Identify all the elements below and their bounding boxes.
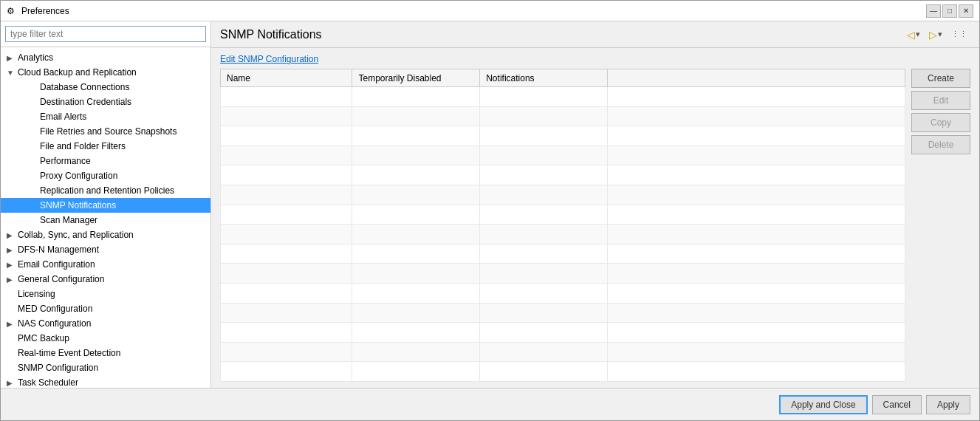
- sidebar-item-file-retries[interactable]: File Retries and Source Snapshots: [1, 124, 210, 139]
- filter-input[interactable]: [5, 26, 206, 42]
- preferences-window: ⚙ Preferences — □ ✕ ▶Analytics▼Cloud Bac…: [0, 0, 980, 421]
- sidebar-item-analytics[interactable]: ▶Analytics: [1, 50, 210, 65]
- table-row: [221, 342, 905, 362]
- sidebar-label: Collab, Sync, and Replication: [18, 230, 134, 240]
- col-name: Name: [221, 69, 352, 87]
- expand-icon: ▶: [7, 261, 16, 269]
- sidebar-label: File and Folder Filters: [40, 141, 126, 151]
- apply-button[interactable]: Apply: [926, 395, 970, 414]
- expand-icon: ▶: [7, 54, 16, 62]
- sidebar-label: Scan Manager: [40, 215, 97, 225]
- copy-button[interactable]: Copy: [911, 113, 970, 132]
- sidebar-item-snmp-notifications[interactable]: SNMP Notifications: [1, 198, 210, 213]
- table-row: [221, 244, 905, 264]
- sidebar-item-scan-manager[interactable]: Scan Manager: [1, 213, 210, 227]
- sidebar-item-replication-retention[interactable]: Replication and Retention Policies: [1, 183, 210, 198]
- sidebar-label: Cloud Backup and Replication: [18, 67, 137, 78]
- edit-snmp-link[interactable]: Edit SNMP Configuration: [220, 54, 970, 64]
- close-button[interactable]: ✕: [959, 4, 973, 18]
- sidebar-label: SNMP Notifications: [40, 200, 116, 210]
- expand-icon: ▶: [7, 275, 16, 284]
- sidebar-item-collab-sync[interactable]: ▶Collab, Sync, and Replication: [1, 227, 210, 242]
- table-row: [221, 165, 905, 185]
- sidebar-label: Analytics: [18, 52, 53, 63]
- sidebar-label: Database Connections: [40, 82, 129, 92]
- sidebar-label: Replication and Retention Policies: [40, 185, 174, 196]
- apply-close-button[interactable]: Apply and Close: [779, 395, 867, 414]
- table-row: [221, 323, 905, 343]
- content-body: Edit SNMP Configuration Name Temporarily…: [211, 48, 979, 388]
- sidebar-label: Destination Credentials: [40, 97, 131, 107]
- table-row: [221, 146, 905, 165]
- window-title: Preferences: [21, 6, 926, 16]
- col-extra: [607, 69, 905, 87]
- sidebar-item-proxy-configuration[interactable]: Proxy Configuration: [1, 168, 210, 183]
- sidebar-item-database-connections[interactable]: Database Connections: [1, 80, 210, 95]
- sidebar-item-real-time-event[interactable]: Real-time Event Detection: [1, 346, 210, 360]
- back-button[interactable]: ◁ ▾: [904, 27, 923, 43]
- sidebar-label: DFS-N Management: [18, 244, 99, 255]
- main-area: ▶Analytics▼Cloud Backup and ReplicationD…: [1, 21, 979, 388]
- sidebar-label: File Retries and Source Snapshots: [40, 126, 177, 137]
- sidebar-item-file-folder-filters[interactable]: File and Folder Filters: [1, 139, 210, 154]
- more-options-button[interactable]: ⋮⋮: [948, 27, 970, 41]
- sidebar-item-nas-config[interactable]: ▶NAS Configuration: [1, 316, 210, 331]
- expand-icon: ▶: [7, 231, 16, 239]
- sidebar-label: NAS Configuration: [18, 318, 91, 329]
- create-button[interactable]: Create: [911, 69, 970, 88]
- sidebar-item-performance[interactable]: Performance: [1, 154, 210, 168]
- window-controls: — □ ✕: [926, 4, 973, 18]
- table-row: [221, 303, 905, 323]
- table-row: [221, 362, 905, 382]
- cancel-button[interactable]: Cancel: [872, 395, 922, 414]
- back-icon: ◁: [907, 29, 915, 41]
- sidebar-label: Task Scheduler: [18, 377, 78, 388]
- sidebar-item-med-config[interactable]: MED Configuration: [1, 301, 210, 316]
- sidebar-item-cloud-backup[interactable]: ▼Cloud Backup and Replication: [1, 65, 210, 80]
- expand-icon: ▼: [7, 69, 16, 77]
- filter-box: [1, 21, 210, 47]
- expand-icon: ▶: [7, 246, 16, 254]
- table-row: [221, 185, 905, 205]
- sidebar-label: PMC Backup: [18, 333, 69, 343]
- sidebar-label: Proxy Configuration: [40, 171, 117, 181]
- sidebar-item-task-scheduler[interactable]: ▶Task Scheduler: [1, 375, 210, 388]
- sidebar-item-pmc-backup[interactable]: PMC Backup: [1, 331, 210, 346]
- snmp-table: Name Temporarily Disabled Notifications: [220, 69, 905, 382]
- sidebar-item-email-alerts[interactable]: Email Alerts: [1, 109, 210, 124]
- table-row: [221, 264, 905, 284]
- more-options-icon: ⋮⋮: [951, 30, 967, 39]
- sidebar-item-destination-credentials[interactable]: Destination Credentials: [1, 95, 210, 109]
- sidebar-label: Performance: [40, 156, 91, 166]
- sidebar-label: Email Alerts: [40, 112, 86, 122]
- sidebar-label: Real-time Event Detection: [18, 348, 120, 358]
- sidebar-item-email-config[interactable]: ▶Email Configuration: [1, 257, 210, 272]
- minimize-button[interactable]: —: [926, 4, 941, 18]
- table-row: [221, 87, 905, 107]
- sidebar-item-snmp-configuration[interactable]: SNMP Configuration: [1, 360, 210, 375]
- sidebar-item-licensing[interactable]: Licensing: [1, 287, 210, 301]
- forward-dropdown-icon: ▾: [938, 30, 942, 39]
- col-notifications: Notifications: [480, 69, 608, 87]
- sidebar-label: General Configuration: [18, 274, 104, 284]
- page-title: SNMP Notifications: [220, 28, 904, 41]
- col-disabled: Temporarily Disabled: [352, 69, 480, 87]
- content-header: SNMP Notifications ◁ ▾ ▷ ▾ ⋮⋮: [211, 21, 979, 48]
- edit-button[interactable]: Edit: [911, 91, 970, 110]
- table-row: [221, 283, 905, 303]
- sidebar-item-general-config[interactable]: ▶General Configuration: [1, 272, 210, 287]
- sidebar-item-dfs-n[interactable]: ▶DFS-N Management: [1, 242, 210, 257]
- delete-button[interactable]: Delete: [911, 135, 970, 154]
- table-header-row: Name Temporarily Disabled Notifications: [221, 69, 905, 87]
- bottom-bar: Apply and Close Cancel Apply: [1, 388, 979, 420]
- forward-button[interactable]: ▷ ▾: [926, 27, 945, 43]
- table-row: [221, 225, 905, 244]
- forward-icon: ▷: [929, 29, 937, 41]
- action-buttons: Create Edit Copy Delete: [911, 69, 970, 382]
- maximize-button[interactable]: □: [942, 4, 957, 18]
- title-bar: ⚙ Preferences — □ ✕: [1, 1, 979, 21]
- table-container: Name Temporarily Disabled Notifications: [220, 69, 970, 382]
- back-dropdown-icon: ▾: [916, 30, 920, 39]
- content-area: SNMP Notifications ◁ ▾ ▷ ▾ ⋮⋮ Edi: [211, 21, 979, 388]
- expand-icon: ▶: [7, 379, 16, 387]
